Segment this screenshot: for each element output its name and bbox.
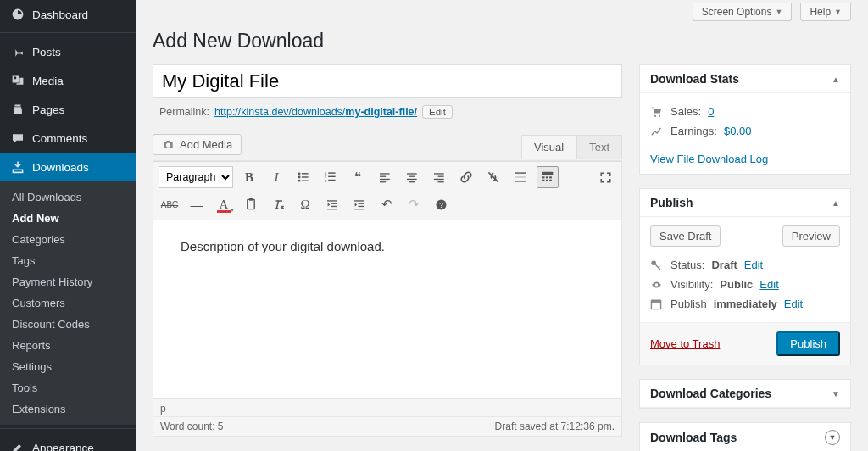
align-right-button[interactable]: [428, 166, 450, 188]
sales-value-link[interactable]: 0: [708, 105, 714, 118]
earnings-value-link[interactable]: $0.00: [724, 125, 752, 137]
format-select[interactable]: Paragraph: [159, 166, 233, 188]
save-draft-button[interactable]: Save Draft: [650, 226, 721, 247]
svg-rect-19: [409, 181, 415, 182]
sidebar-item-media[interactable]: Media: [0, 66, 136, 95]
sidebar-item-downloads[interactable]: Downloads: [0, 153, 136, 181]
svg-rect-28: [542, 177, 545, 179]
publish-button[interactable]: Publish: [776, 331, 840, 356]
element-path[interactable]: p: [153, 399, 621, 417]
expand-icon: ▼: [825, 430, 840, 445]
add-media-label: Add Media: [180, 138, 232, 151]
download-icon: [8, 159, 27, 175]
preview-button[interactable]: Preview: [782, 226, 840, 247]
sidebar-label: Posts: [32, 46, 61, 58]
sidebar-sub-tags[interactable]: Tags: [0, 250, 136, 271]
permalink-row: Permalink: http://kinsta.dev/downloads/m…: [153, 105, 622, 119]
bulleted-list-button[interactable]: [292, 166, 314, 188]
download-categories-header[interactable]: Download Categories ▼: [640, 380, 850, 408]
download-log-link[interactable]: View File Download Log: [650, 153, 768, 165]
sidebar-sub-add-new[interactable]: Add New: [0, 208, 136, 229]
sidebar-sub-customers[interactable]: Customers: [0, 292, 136, 314]
screen-options-label: Screen Options: [702, 6, 772, 18]
clear-formatting-button[interactable]: [267, 193, 289, 215]
sidebar-item-pages[interactable]: Pages: [0, 95, 136, 124]
svg-rect-21: [437, 175, 443, 176]
move-to-trash-link[interactable]: Move to Trash: [650, 337, 720, 350]
undo-button[interactable]: ↶: [376, 193, 398, 215]
sidebar-sub-all-downloads[interactable]: All Downloads: [0, 187, 136, 208]
align-center-button[interactable]: [401, 166, 423, 188]
toolbar-row-1: Paragraph B I 123 ❝: [159, 164, 616, 191]
editor-top: Add Media Visual Text: [153, 129, 622, 160]
edit-status-link[interactable]: Edit: [744, 259, 763, 271]
sidebar-sub-categories[interactable]: Categories: [0, 229, 136, 250]
svg-rect-25: [515, 177, 526, 178]
indent-button[interactable]: [348, 193, 370, 215]
main-content: Screen Options ▼ Help ▼ Add New Download…: [136, 0, 868, 451]
visibility-row: Visibility: Public Edit: [650, 275, 840, 294]
sidebar-item-appearance[interactable]: Appearance: [0, 433, 136, 451]
keyboard-help-button[interactable]: ?: [430, 193, 452, 215]
hr-button[interactable]: —: [186, 193, 208, 215]
help-toggle[interactable]: Help ▼: [800, 3, 851, 21]
download-tags-header[interactable]: Download Tags ▼: [640, 423, 850, 451]
screen-options-toggle[interactable]: Screen Options ▼: [693, 3, 793, 21]
svg-point-2: [298, 176, 301, 179]
publish-header[interactable]: Publish ▲: [640, 189, 850, 217]
strikethrough-button[interactable]: ABC: [159, 193, 181, 215]
bold-button[interactable]: B: [238, 166, 260, 188]
eye-icon: [650, 280, 664, 290]
fullscreen-button[interactable]: [594, 166, 616, 188]
download-tags-title: Download Tags: [650, 431, 737, 444]
download-stats-header[interactable]: Download Stats ▲: [640, 65, 850, 93]
permalink-link[interactable]: http://kinsta.dev/downloads/my-digital-f…: [214, 106, 417, 118]
sidebar-sub-reports[interactable]: Reports: [0, 335, 136, 356]
sales-row: Sales: 0: [650, 102, 840, 121]
edit-permalink-button[interactable]: Edit: [422, 105, 453, 119]
earnings-row: Earnings: $0.00: [650, 121, 840, 141]
toolbar-toggle-button[interactable]: [537, 166, 559, 188]
tab-visual[interactable]: Visual: [521, 135, 576, 159]
sidebar-sub-settings[interactable]: Settings: [0, 356, 136, 377]
editor-box: Paragraph B I 123 ❝: [153, 160, 622, 437]
visibility-value: Public: [720, 278, 753, 291]
sidebar-item-comments[interactable]: Comments: [0, 124, 136, 153]
publish-box: Publish ▲ Save Draft Preview Status: Dra…: [639, 188, 851, 365]
align-left-button[interactable]: [374, 166, 396, 188]
edit-schedule-link[interactable]: Edit: [784, 298, 803, 310]
italic-button[interactable]: I: [265, 166, 287, 188]
sidebar-item-dashboard[interactable]: Dashboard: [0, 0, 136, 29]
title-input[interactable]: [153, 64, 622, 98]
svg-rect-23: [437, 181, 443, 182]
read-more-button[interactable]: [509, 166, 531, 188]
special-char-button[interactable]: Ω: [294, 193, 316, 215]
svg-rect-11: [328, 180, 335, 181]
link-button[interactable]: [455, 166, 477, 188]
unlink-button[interactable]: [482, 166, 504, 188]
status-row: Status: Draft Edit: [650, 255, 840, 275]
sidebar-sub-payment-history[interactable]: Payment History: [0, 271, 136, 292]
svg-rect-32: [546, 180, 548, 181]
add-media-button[interactable]: Add Media: [153, 134, 242, 155]
cart-icon: [650, 106, 664, 118]
text-color-button[interactable]: A ▾: [213, 193, 235, 215]
edit-visibility-link[interactable]: Edit: [760, 278, 778, 291]
word-count: Word count: 5: [160, 420, 224, 432]
redo-button[interactable]: ↷: [403, 193, 425, 215]
content-editor[interactable]: Description of your digital download.: [153, 220, 621, 398]
outdent-button[interactable]: [321, 193, 343, 215]
sidebar-item-posts[interactable]: Posts: [0, 37, 136, 66]
sidebar-sub-extensions[interactable]: Extensions: [0, 398, 136, 420]
paste-text-button[interactable]: [240, 193, 262, 215]
numbered-list-button[interactable]: 123: [320, 166, 342, 188]
sidebar-sub-discount-codes[interactable]: Discount Codes: [0, 314, 136, 335]
tab-text[interactable]: Text: [576, 135, 622, 159]
blockquote-button[interactable]: ❝: [347, 166, 369, 188]
sidebar-sub-tools[interactable]: Tools: [0, 377, 136, 398]
svg-rect-40: [354, 200, 364, 201]
svg-rect-20: [434, 173, 444, 174]
svg-rect-22: [434, 179, 444, 180]
svg-rect-30: [549, 177, 552, 179]
calendar-icon: [650, 298, 664, 310]
